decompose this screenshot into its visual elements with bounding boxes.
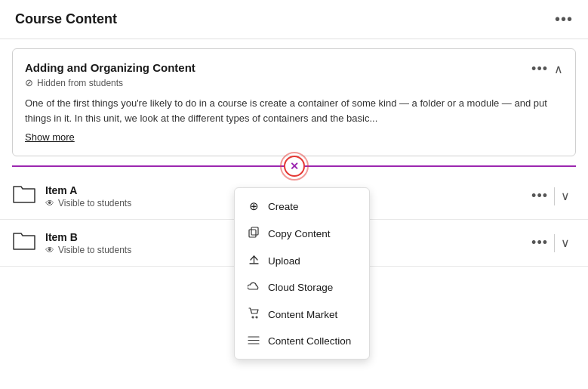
card-visibility: ⊘ Hidden from students bbox=[25, 77, 195, 88]
card-title: Adding and Organizing Content bbox=[25, 61, 195, 74]
svg-point-5 bbox=[256, 316, 257, 318]
upload-icon bbox=[247, 254, 260, 267]
card-body-text: One of the first things you're likely to… bbox=[25, 97, 547, 124]
main-container: Course Content ••• Adding and Organizing… bbox=[0, 0, 588, 389]
copy-icon bbox=[247, 227, 260, 240]
visibility-label: Hidden from students bbox=[37, 78, 123, 88]
content-collection-label: Content Collection bbox=[268, 335, 351, 347]
upload-label: Upload bbox=[268, 255, 300, 267]
dropdown-create[interactable]: ⊕ Create bbox=[235, 193, 369, 220]
dropdown-copy-content[interactable]: Copy Content bbox=[235, 220, 369, 247]
dropdown-upload[interactable]: Upload bbox=[235, 247, 369, 274]
show-more-link[interactable]: Show more bbox=[25, 131, 75, 143]
hidden-icon: ⊘ bbox=[25, 77, 33, 88]
card-menu-button[interactable]: ••• bbox=[531, 61, 548, 77]
header-menu-button[interactable]: ••• bbox=[555, 11, 573, 28]
svg-rect-0 bbox=[249, 230, 256, 237]
eye-icon-a: 👁 bbox=[45, 198, 54, 208]
folder-icon-a bbox=[12, 182, 36, 210]
content-market-label: Content Market bbox=[268, 309, 337, 320]
card-body: One of the first things you're likely to… bbox=[25, 96, 563, 125]
page-header: Course Content ••• bbox=[0, 0, 588, 39]
card-title-section: Adding and Organizing Content ⊘ Hidden f… bbox=[25, 61, 195, 88]
item-a-visibility-label: Visible to students bbox=[58, 198, 131, 208]
add-content-button[interactable]: ✕ bbox=[284, 156, 305, 177]
item-a-actions: ••• ∨ bbox=[525, 185, 576, 207]
content-card: Adding and Organizing Content ⊘ Hidden f… bbox=[12, 48, 576, 156]
cloud-storage-label: Cloud Storage bbox=[268, 282, 333, 293]
item-b-actions: ••• ∨ bbox=[525, 232, 576, 254]
plus-icon: ✕ bbox=[290, 160, 299, 172]
page-title: Course Content bbox=[15, 11, 117, 27]
item-b-visibility-label: Visible to students bbox=[58, 245, 131, 255]
item-a-menu-button[interactable]: ••• bbox=[525, 185, 554, 207]
dropdown-menu: ⊕ Create Copy Content Upload bbox=[234, 187, 370, 360]
eye-icon-b: 👁 bbox=[45, 245, 54, 255]
item-b-expand-button[interactable]: ∨ bbox=[555, 233, 576, 253]
create-label: Create bbox=[268, 201, 299, 212]
card-collapse-button[interactable]: ∧ bbox=[554, 62, 563, 76]
card-header: Adding and Organizing Content ⊘ Hidden f… bbox=[25, 61, 563, 88]
folder-icon-b bbox=[12, 229, 36, 257]
item-b-menu-button[interactable]: ••• bbox=[525, 232, 554, 254]
svg-rect-1 bbox=[251, 227, 258, 235]
add-item-row: ✕ bbox=[12, 165, 576, 167]
dropdown-content-market[interactable]: Content Market bbox=[235, 301, 369, 328]
copy-content-label: Copy Content bbox=[268, 228, 331, 239]
item-a-expand-button[interactable]: ∨ bbox=[555, 186, 576, 206]
dropdown-content-collection[interactable]: Content Collection bbox=[235, 328, 369, 354]
card-actions: ••• ∧ bbox=[531, 61, 563, 77]
dropdown-cloud-storage[interactable]: Cloud Storage bbox=[235, 274, 369, 301]
svg-point-4 bbox=[252, 316, 254, 318]
market-icon bbox=[247, 307, 260, 321]
collection-icon bbox=[247, 335, 260, 347]
cloud-icon bbox=[247, 281, 260, 294]
create-icon: ⊕ bbox=[247, 199, 260, 213]
